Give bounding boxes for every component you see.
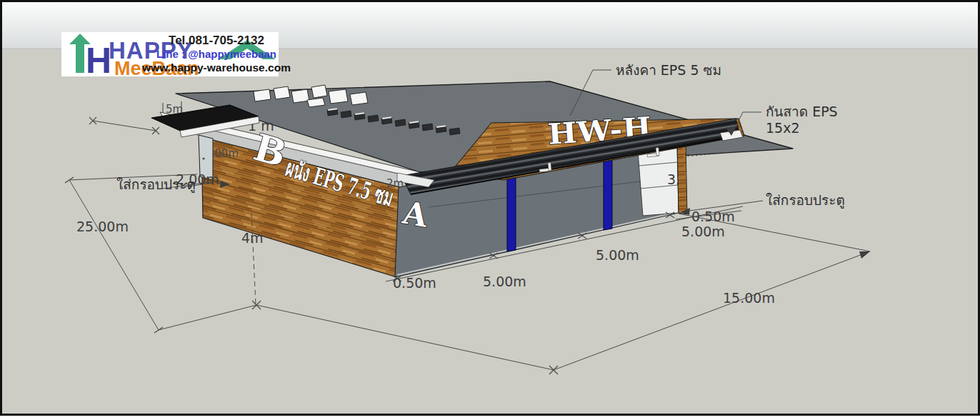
callout-canopy-2: 15x2 xyxy=(766,120,800,136)
dim-span-4: 0.50m xyxy=(691,209,735,224)
logo-website: www.happy-warehouse.com xyxy=(141,61,291,74)
logo-tel: Tel.081-705-2132 xyxy=(169,34,264,47)
callout-door-frame-right: ใส่กรอบประตู xyxy=(766,192,845,209)
door-knob xyxy=(203,158,205,160)
steel-column-1 xyxy=(507,175,516,251)
logo-monogram: H xyxy=(86,41,111,81)
logo-line-id: Line : @happymeebaan xyxy=(156,48,276,60)
logo-block: H HAPPY MeeBaan Tel.081-705-2132 Line : … xyxy=(61,32,291,81)
callout-roof: หลังคา EPS 5 ซม xyxy=(616,62,721,78)
dim-span-3: 5.00m xyxy=(681,224,725,239)
dim-eave-gable: 2m xyxy=(386,177,404,190)
dim-wall-height: 4m xyxy=(241,230,264,246)
dim-span-0: 0.50m xyxy=(393,275,436,291)
sketchup-viewport: 1 m 5m 3.00m B ผนัง EPS 7.5 ซม xyxy=(0,0,980,420)
dim-front-length: 15.00m xyxy=(723,290,775,306)
callout-door-frame-left: ใส่กรอบประตู xyxy=(116,176,196,193)
dim-span-2: 5.00m xyxy=(596,247,639,263)
dim-span-1: 5.00m xyxy=(483,274,526,289)
steel-column-2 xyxy=(604,157,612,230)
warehouse-3d-view: 1 m 5m 3.00m B ผนัง EPS 7.5 ซม xyxy=(0,0,980,420)
dim-side-length: 25.00m xyxy=(76,219,129,234)
corner-post-right xyxy=(677,143,687,214)
callout-canopy-1: กันสาด EPS xyxy=(766,104,838,119)
